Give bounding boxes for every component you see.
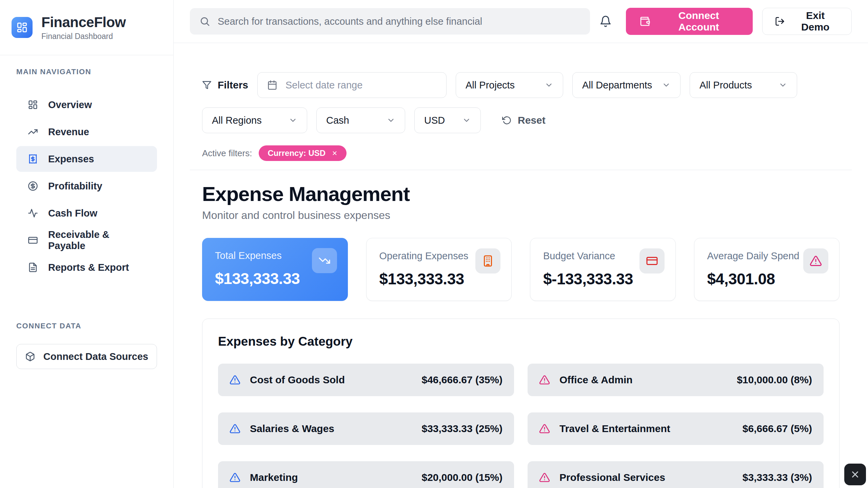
stat-card-budget-variance[interactable]: Budget Variance $-133,333.33 [530,238,676,301]
chevron-down-icon [462,116,471,125]
connect-section-label: CONNECT DATA [16,322,157,330]
categories-title: Expenses by Category [218,334,824,349]
brand-name: FinanceFlow [41,14,126,30]
category-value: $20,000.00 (15%) [421,472,502,483]
alert-triangle-icon [230,472,240,483]
active-filters-row: Active filters: Currency: USD [202,145,840,161]
layout-dashboard-icon [28,100,38,110]
app-window: FinanceFlow Financial Dashboard MAIN NAV… [0,0,868,488]
connect-account-button[interactable]: Connect Account [626,8,753,35]
category-value: $6,666.67 (5%) [743,423,812,434]
credit-card-icon [639,248,665,273]
chevron-down-icon [662,81,671,89]
sidebar-item-label: Cash Flow [48,208,97,219]
remove-filter-icon[interactable] [332,150,338,156]
category-name: Salaries & Wages [250,423,334,434]
stat-card-average-daily-spend[interactable]: Average Daily Spend $4,301.08 [694,238,840,301]
sidebar-item-revenue[interactable]: Revenue [16,119,157,145]
alert-triangle-icon [539,472,550,483]
stat-card-operating-expenses[interactable]: Operating Expenses $133,333.33 [366,238,512,301]
alert-triangle-icon [230,423,240,434]
receipt-icon [28,154,38,164]
category-row-travel-entertainment: Travel & Entertainment $6,666.67 (5%) [528,412,824,445]
category-name: Professional Services [559,472,665,483]
alert-triangle-icon [230,374,240,385]
active-filters-label: Active filters: [202,148,252,159]
stat-cards-row: Total Expenses $133,333.33 Operating Exp… [202,238,840,301]
search-input[interactable] [218,16,580,27]
credit-card-icon [28,235,38,245]
projects-dropdown[interactable]: All Projects [456,72,563,98]
sidebar-item-label: Overview [48,99,92,110]
sidebar-item-reports-export[interactable]: Reports & Export [16,255,157,280]
exit-demo-button[interactable]: Exit Demo [762,8,852,35]
category-value: $33,333.33 (25%) [421,423,502,434]
filters-row-1: Filters Select date range All Projects A… [202,72,840,98]
circle-dollar-icon [28,181,38,191]
departments-dropdown[interactable]: All Departments [572,72,680,98]
chevron-down-icon [778,81,787,89]
reset-filters-button[interactable]: Reset [502,115,546,126]
category-row-cost-of-goods-sold: Cost of Goods Sold $46,666.67 (35%) [218,364,514,396]
chevron-down-icon [387,116,395,125]
sidebar-item-overview[interactable]: Overview [16,92,157,118]
connect-data-section: CONNECT DATA Connect Data Sources [0,322,173,369]
categories-grid: Cost of Goods Sold $46,666.67 (35%) Offi… [218,364,824,488]
log-out-icon [775,16,785,26]
stat-card-total-expenses[interactable]: Total Expenses $133,333.33 [202,238,348,301]
active-filter-chip: Currency: USD [259,145,347,161]
connect-data-sources-button[interactable]: Connect Data Sources [16,344,157,369]
category-value: $10,000.00 (8%) [737,374,812,386]
filters-title: Filters [202,79,248,91]
building-icon [475,248,500,273]
sidebar-item-label: Expenses [48,154,94,165]
main-navigation: MAIN NAVIGATION Overview Revenue Expense… [0,55,173,280]
currency-dropdown[interactable]: USD [414,107,481,133]
page-subtitle: Monitor and control business expenses [202,209,840,222]
package-icon [25,351,35,362]
sidebar-item-cash-flow[interactable]: Cash Flow [16,200,157,226]
sidebar-item-label: Revenue [48,126,89,138]
funnel-icon [202,80,212,90]
sidebar-item-label: Profitability [48,181,102,192]
page-title: Expense Management [202,182,840,206]
notifications-button[interactable] [599,15,612,27]
nav-section-label: MAIN NAVIGATION [16,67,157,76]
products-dropdown[interactable]: All Products [690,72,797,98]
category-row-marketing: Marketing $20,000.00 (15%) [218,461,514,488]
sidebar-item-receivable-payable[interactable]: Receivable & Payable [16,227,157,253]
sidebar-item-profitability[interactable]: Profitability [16,173,157,199]
expenses-by-category-card: Expenses by Category Cost of Goods Sold … [202,319,840,488]
category-name: Cost of Goods Sold [250,374,345,386]
trending-down-icon [312,248,337,273]
category-row-salaries-wages: Salaries & Wages $33,333.33 (25%) [218,412,514,445]
app-logo [12,17,33,38]
search-bar[interactable] [190,8,590,35]
brand-tagline: Financial Dashboard [41,32,126,41]
top-header: Connect Account Exit Demo [174,0,868,43]
payment-method-dropdown[interactable]: Cash [316,107,405,133]
category-name: Office & Admin [559,374,633,386]
calendar-icon [267,80,277,90]
sidebar: FinanceFlow Financial Dashboard MAIN NAV… [0,0,174,488]
close-overlay-button[interactable] [844,464,866,485]
rotate-ccw-icon [502,116,512,125]
date-range-placeholder: Select date range [285,80,362,91]
regions-dropdown[interactable]: All Regions [202,107,307,133]
alert-triangle-icon [539,374,550,385]
chevron-down-icon [289,116,297,125]
filters-row-2: All Regions Cash USD Reset [202,107,840,133]
alert-triangle-icon [539,423,550,434]
category-value: $3,333.33 (3%) [743,472,812,483]
date-range-input[interactable]: Select date range [257,72,447,98]
sidebar-item-label: Receivable & Payable [48,229,145,251]
sidebar-item-expenses[interactable]: Expenses [16,146,157,172]
page-content: Filters Select date range All Projects A… [174,43,868,488]
search-icon [199,16,210,27]
chevron-down-icon [545,81,553,89]
alert-triangle-icon [803,248,828,273]
main-area: Connect Account Exit Demo Filters Select… [174,0,868,488]
category-row-professional-services: Professional Services $3,333.33 (3%) [528,461,824,488]
trending-up-icon [28,127,38,137]
brand-block: FinanceFlow Financial Dashboard [0,0,173,55]
